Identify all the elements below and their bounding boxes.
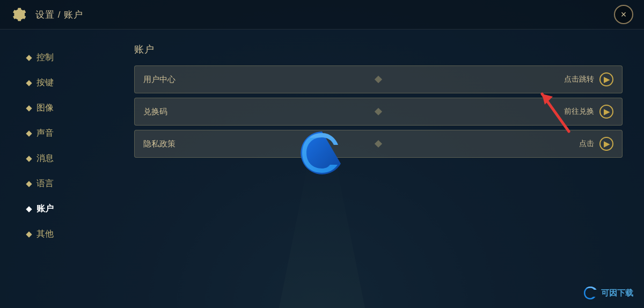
row-action-text-redeem: 前往兑换 <box>564 107 594 116</box>
sidebar-item-image[interactable]: 图像 <box>21 96 118 120</box>
bottom-logo: 可因下载 <box>583 285 633 300</box>
sidebar-item-language[interactable]: 语言 <box>21 172 118 196</box>
close-button[interactable]: × <box>614 5 633 24</box>
sidebar-label-account: 账户 <box>36 203 54 215</box>
sidebar-label-other: 其他 <box>36 229 54 240</box>
sidebar-label-language: 语言 <box>36 178 54 189</box>
gear-icon <box>11 6 28 23</box>
row-inner-redeem: 兑换码 前往兑换 ▶ <box>143 105 613 119</box>
sidebar: 控制 按键 图像 声音 消息 语言 账户 其他 <box>0 30 118 308</box>
row-label-privacy: 隐私政策 <box>143 139 579 149</box>
arrow-circle-redeem: ▶ <box>599 105 613 119</box>
sidebar-item-sound[interactable]: 声音 <box>21 121 118 145</box>
bottom-c-logo-svg <box>583 285 598 300</box>
diamond-icon <box>26 130 32 136</box>
breadcrumb: 设置 / 账户 <box>35 9 83 21</box>
row-label-redeem: 兑换码 <box>143 107 564 117</box>
sidebar-item-control[interactable]: 控制 <box>21 46 118 70</box>
diamond-icon <box>26 181 32 187</box>
content-area: 控制 按键 图像 声音 消息 语言 账户 其他 <box>0 30 644 308</box>
main-area: 账户 用户中心 点击跳转 ▶ 兑换码 前往兑换 ▶ <box>118 30 644 308</box>
row-action-redeem: 前往兑换 ▶ <box>564 105 613 119</box>
sidebar-label-control: 控制 <box>36 52 54 63</box>
sidebar-label-image: 图像 <box>36 102 54 114</box>
diamond-icon-active <box>26 206 32 212</box>
bottom-logo-text: 可因下载 <box>601 288 633 298</box>
row-action-text-user-center: 点击跳转 <box>564 75 594 84</box>
setting-row-user-center[interactable]: 用户中心 点击跳转 ▶ <box>134 65 623 93</box>
diamond-icon <box>26 105 32 111</box>
top-bar: 设置 / 账户 × <box>0 0 644 30</box>
diamond-icon <box>26 231 32 237</box>
diamond-icon <box>26 80 32 86</box>
arrow-circle-user-center: ▶ <box>599 72 613 86</box>
sidebar-label-sound: 声音 <box>36 128 54 139</box>
diamond-icon <box>26 156 32 162</box>
setting-row-privacy[interactable]: 隐私政策 点击 ▶ <box>134 130 623 158</box>
sidebar-item-message[interactable]: 消息 <box>21 146 118 171</box>
diamond-icon <box>26 55 32 61</box>
row-inner-privacy: 隐私政策 点击 ▶ <box>143 137 613 151</box>
row-action-text-privacy: 点击 <box>579 139 594 149</box>
row-label-user-center: 用户中心 <box>143 75 564 85</box>
section-title: 账户 <box>134 43 623 56</box>
sidebar-item-account[interactable]: 账户 <box>21 197 118 221</box>
sidebar-label-keys: 按键 <box>36 77 54 89</box>
sidebar-item-other[interactable]: 其他 <box>21 222 118 246</box>
row-action-user-center: 点击跳转 ▶ <box>564 72 613 86</box>
sidebar-item-keys[interactable]: 按键 <box>21 71 118 95</box>
row-inner-user-center: 用户中心 点击跳转 ▶ <box>143 72 613 86</box>
arrow-circle-privacy: ▶ <box>599 137 613 151</box>
setting-row-redeem[interactable]: 兑换码 前往兑换 ▶ <box>134 98 623 126</box>
sidebar-label-message: 消息 <box>36 153 54 164</box>
row-action-privacy: 点击 ▶ <box>579 137 613 151</box>
